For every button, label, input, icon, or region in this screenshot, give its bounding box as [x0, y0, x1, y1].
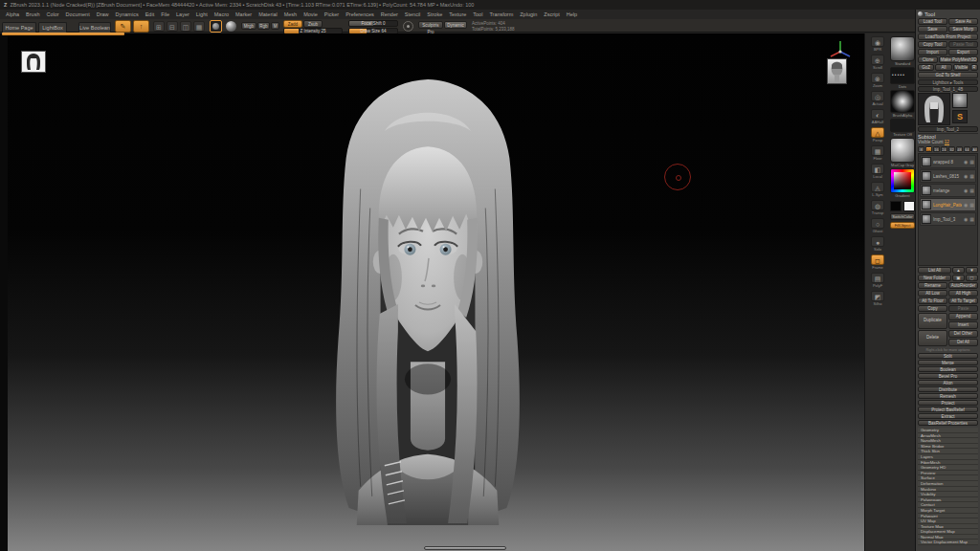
tool-palette-header[interactable]: Tool — [918, 11, 978, 18]
current-brush-button[interactable] — [210, 20, 222, 33]
sculpt-model[interactable] — [293, 74, 563, 525]
stroke-picker[interactable] — [890, 67, 915, 84]
goz-to-shelf-button[interactable]: GoZ To Shelf — [918, 72, 978, 78]
menu-item[interactable]: Dynamics — [116, 11, 139, 17]
subtool-brush-icon[interactable]: ▦ — [969, 202, 974, 208]
focal-shift-slider[interactable]: Focal Shift 0 — [348, 20, 398, 27]
paste-tool-button[interactable]: Paste Tool — [948, 41, 978, 48]
rename-button[interactable]: Rename — [918, 282, 947, 289]
zsub-button[interactable]: Zsub — [303, 20, 323, 28]
delete-button[interactable]: Delete — [918, 330, 947, 346]
subtool-thumbnail[interactable] — [922, 171, 931, 181]
menu-item[interactable]: Light — [196, 11, 208, 17]
del-other-button[interactable]: Del Other — [948, 330, 978, 338]
insert-button[interactable]: Insert — [948, 321, 978, 329]
load-tool-button[interactable]: Load Tool — [918, 18, 947, 25]
rotate-icon[interactable]: ▦ — [193, 21, 205, 32]
visible-count-value[interactable]: 12 — [945, 140, 949, 145]
move-icon[interactable]: ⊟ — [167, 21, 178, 32]
save-button[interactable]: Save — [918, 26, 947, 33]
zadd-button[interactable]: Zadd — [283, 20, 302, 28]
folder-remove-icon[interactable]: ▢ — [966, 275, 978, 281]
save-as-button[interactable]: Save As — [948, 18, 978, 25]
subtool-op-button[interactable]: Distribute — [918, 386, 978, 392]
scale-icon[interactable]: ◫ — [180, 21, 191, 32]
subtool-op-button[interactable]: Extract — [918, 413, 978, 419]
subtool-brush-icon[interactable]: ▦ — [969, 216, 974, 222]
count-button[interactable]: 64 — [964, 146, 970, 152]
menu-item[interactable]: Edit — [145, 11, 154, 17]
all-high-button[interactable]: All High — [948, 290, 978, 297]
menu-item[interactable]: Picker — [324, 11, 339, 17]
subtool-row[interactable]: Lashes_0815 ◉ ▦ — [920, 169, 976, 183]
zscript-s-icon[interactable]: S — [952, 110, 968, 123]
export-button[interactable]: Export — [948, 49, 978, 55]
count-button[interactable]: 8 — [918, 146, 924, 152]
count-button[interactable]: 24 — [941, 146, 947, 152]
folder-add-icon[interactable]: ▣ — [952, 275, 965, 281]
document-canvas[interactable] — [0, 33, 864, 551]
subtool-op-button[interactable]: BasRelief Properties — [918, 420, 978, 426]
subtool-op-button[interactable]: Project — [918, 400, 978, 406]
export-shelf-button[interactable]: ↑ — [133, 20, 149, 33]
goz-r-button[interactable]: R — [970, 64, 978, 71]
menu-item[interactable]: Texture — [449, 11, 466, 17]
nav-toggle[interactable]: ● Solo — [867, 236, 888, 254]
copy-tool-button[interactable]: Copy Tool — [918, 41, 947, 48]
import-button[interactable]: Import — [918, 49, 947, 55]
subtool-thumbnail[interactable] — [922, 186, 931, 195]
mrgb-button[interactable]: Mrgb — [241, 22, 256, 30]
count-button[interactable]: 16 — [933, 146, 940, 152]
nav-toggle[interactable]: ◩ Silho — [867, 291, 888, 309]
menu-item[interactable]: Help — [567, 11, 577, 17]
m-button[interactable]: M — [271, 22, 279, 30]
menu-item[interactable]: Stencil — [405, 11, 421, 17]
nav-toggle[interactable]: ○ Ghost — [867, 218, 888, 236]
eye-icon[interactable]: ◉ — [964, 216, 968, 222]
eye-icon[interactable]: ◉ — [964, 202, 968, 208]
menu-item[interactable]: Zplugin — [520, 11, 537, 17]
load-tools-from-project-button[interactable]: LoadTools From Project — [918, 33, 978, 40]
subtool-brush-icon[interactable]: ▦ — [969, 159, 974, 165]
all-low-button[interactable]: All Low — [918, 290, 947, 297]
del-all-button[interactable]: Del All — [948, 339, 978, 346]
menu-item[interactable]: Material — [258, 11, 278, 17]
menu-item[interactable]: Transform — [489, 11, 513, 17]
menu-item[interactable]: Zscript — [544, 11, 560, 17]
draw-pointer-icon[interactable]: ⊞ — [153, 21, 165, 32]
all-to-floor-button[interactable]: All To Floor — [918, 298, 947, 304]
fill-object-button[interactable]: FillObject — [890, 222, 915, 229]
simple-brush-thumbnail[interactable] — [952, 93, 968, 108]
document-area[interactable] — [8, 33, 864, 551]
rgb-button[interactable]: Rgb — [257, 22, 270, 30]
menu-item[interactable]: Color — [46, 11, 58, 17]
eye-icon[interactable]: ◉ — [964, 187, 968, 193]
eye-icon[interactable]: ◉ — [964, 173, 968, 179]
make-polymesh3d-button[interactable]: Make PolyMesh3D — [939, 56, 978, 63]
nav-toggle[interactable]: ◉ BPR — [867, 36, 888, 55]
menu-item[interactable]: Mesh — [284, 11, 297, 17]
move-up-button[interactable]: ▲ — [952, 267, 965, 274]
tab-live-boolean[interactable]: Live Boolean — [78, 22, 111, 33]
copy-subtool-button[interactable]: Copy — [918, 305, 947, 312]
subtool-op-button[interactable]: Remesh — [918, 393, 978, 399]
main-color-swatch[interactable] — [890, 201, 902, 211]
nav-toggle[interactable]: ▤ PolyF — [867, 273, 888, 291]
menu-item[interactable]: Layer — [176, 11, 189, 17]
current-tool-thumbnail[interactable] — [918, 93, 950, 125]
move-down-button[interactable]: ▼ — [966, 267, 978, 274]
subtool-thumbnail[interactable] — [922, 214, 931, 224]
subtool-op-button[interactable]: Boolean — [918, 366, 978, 372]
subtool-brush-icon[interactable]: ▦ — [969, 187, 974, 193]
nav-toggle[interactable]: ⊕ Scroll — [867, 55, 888, 73]
material-picker[interactable] — [890, 138, 915, 163]
count-button[interactable]: 48 — [956, 146, 963, 152]
count-button[interactable]: All — [971, 146, 978, 152]
duplicate-button[interactable]: Duplicate — [918, 313, 947, 329]
subtool-op-button[interactable]: Project BasRelief — [918, 407, 978, 412]
goz-all-button[interactable]: All — [935, 64, 951, 71]
current-material-icon[interactable] — [226, 21, 236, 32]
tab-lightbox[interactable]: LightBox — [38, 22, 67, 33]
subtool-list[interactable]: wrapped 8 ◉ ▦ Lashes_0815 ◉ ▦ melange ◉ … — [918, 153, 978, 266]
menu-item[interactable]: Render — [381, 11, 398, 17]
